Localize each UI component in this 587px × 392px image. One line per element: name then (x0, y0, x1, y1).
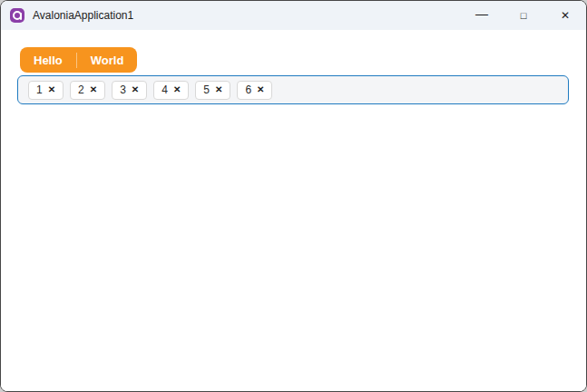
chip-5-remove-icon[interactable]: ✕ (215, 85, 222, 94)
chip-5: 5 ✕ (195, 81, 230, 100)
titlebar[interactable]: AvaloniaApplication1 — □ ✕ (1, 1, 586, 30)
chip-1-remove-icon[interactable]: ✕ (48, 85, 55, 94)
chips-input-box[interactable]: 1 ✕ 2 ✕ 3 ✕ 4 ✕ 5 ✕ 6 ✕ (17, 75, 569, 104)
window-title: AvaloniaApplication1 (33, 9, 133, 22)
caption-buttons: — □ ✕ (461, 1, 586, 30)
tab-world[interactable]: World (77, 47, 138, 73)
tab-hello-label: Hello (34, 54, 63, 67)
window-content: Hello World 1 ✕ 2 ✕ 3 ✕ 4 ✕ (1, 30, 586, 392)
chip-3: 3 ✕ (112, 81, 147, 100)
tab-world-label: World (91, 54, 124, 67)
chip-4-remove-icon[interactable]: ✕ (173, 85, 181, 94)
chip-3-value: 3 (120, 83, 126, 96)
tab-hello[interactable]: Hello (20, 47, 76, 73)
chip-2-value: 2 (78, 83, 84, 96)
maximize-icon: □ (521, 11, 527, 21)
minimize-button[interactable]: — (461, 1, 503, 30)
chip-4-value: 4 (161, 83, 168, 96)
tab-strip: Hello World (20, 47, 137, 73)
chip-3-remove-icon[interactable]: ✕ (132, 85, 139, 94)
minimize-icon: — (475, 7, 488, 20)
chip-6: 6 ✕ (237, 81, 272, 100)
app-window: AvaloniaApplication1 — □ ✕ Hello World (0, 0, 587, 392)
chip-2: 2 ✕ (70, 81, 105, 100)
chip-5-value: 5 (203, 83, 210, 96)
chip-6-value: 6 (245, 83, 251, 96)
maximize-button[interactable]: □ (503, 1, 544, 30)
close-icon: ✕ (561, 10, 570, 21)
chip-4: 4 ✕ (153, 81, 189, 100)
chip-1: 1 ✕ (28, 81, 64, 100)
close-button[interactable]: ✕ (544, 1, 586, 30)
chip-6-remove-icon[interactable]: ✕ (257, 85, 264, 94)
chip-1-value: 1 (36, 83, 43, 96)
chip-2-remove-icon[interactable]: ✕ (90, 85, 97, 94)
avalonia-logo-icon (10, 8, 24, 23)
